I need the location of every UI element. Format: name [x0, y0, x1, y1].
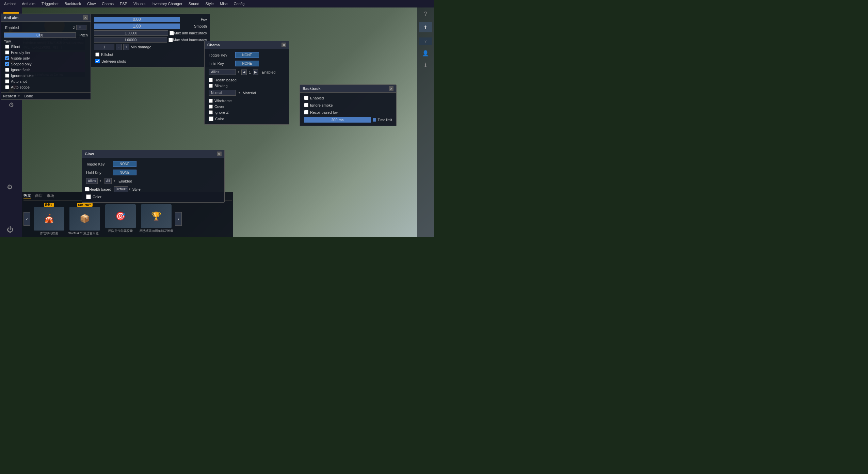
menu-aimbot[interactable]: Aimbot — [1, 1, 18, 6]
ignore-flash-checkbox[interactable] — [5, 68, 9, 72]
chams-hold-key-btn[interactable]: NONE — [235, 61, 259, 66]
antiaim-panel-header[interactable]: Anti aim ✕ — [1, 14, 91, 22]
scoped-only-checkbox[interactable] — [5, 62, 9, 66]
chams-blinking-checkbox[interactable] — [209, 84, 213, 88]
backtrack-time-display[interactable]: 200 ms — [304, 117, 371, 123]
backtrack-title: Backtrack — [303, 86, 321, 91]
glow-header[interactable]: Glow ✕ — [82, 150, 224, 158]
chams-wireframe-checkbox[interactable] — [209, 99, 213, 103]
store-item-3-img[interactable]: 🎯 — [105, 204, 136, 228]
antiaim-enabled-dropdown[interactable]: ▼ — [76, 25, 86, 30]
right-panel: ? ⬆ ? 👤 ℹ — [417, 7, 434, 237]
glow-default-dropdown[interactable]: Default — [114, 186, 128, 192]
max-shot-slider[interactable]: 1.00000 — [94, 37, 167, 43]
power-button[interactable]: ⏻ — [7, 226, 14, 234]
friendly-fire-checkbox[interactable] — [5, 50, 9, 54]
chams-cover-checkbox[interactable] — [209, 105, 213, 109]
carousel-next-btn[interactable]: › — [175, 212, 182, 226]
antiaim-pitch-row: 0.00 Pitch — [4, 32, 88, 38]
right-user-icon[interactable]: 👤 — [422, 50, 429, 57]
silent-checkbox[interactable] — [5, 45, 9, 49]
glow-color-box[interactable] — [86, 194, 91, 199]
fov-row: 0.00 Fov — [94, 17, 207, 22]
backtrack-header[interactable]: Backtrack ✕ — [300, 85, 396, 93]
min-damage-decrement[interactable]: - — [116, 44, 122, 50]
friendly-fire-label: Friendly fire — [11, 50, 30, 54]
auto-scope-checkbox[interactable] — [5, 85, 9, 89]
glow-all-dropdown[interactable]: All — [105, 178, 112, 184]
chams-health-based-checkbox[interactable] — [209, 78, 213, 82]
backtrack-recoil-checkbox[interactable] — [304, 110, 308, 114]
chams-color-row: Color — [207, 115, 286, 122]
store-item-1-img[interactable]: 🎪 — [34, 207, 64, 231]
glow-health-based-checkbox[interactable] — [85, 187, 89, 191]
menu-esp[interactable]: ESP — [117, 1, 130, 6]
menu-inventory-changer[interactable]: Inventory Changer — [149, 1, 185, 6]
store-item-2-img[interactable]: 📦 — [69, 207, 100, 231]
chams-prev-btn[interactable]: ◀ — [241, 69, 247, 75]
max-shot-value: 1.00000 — [124, 38, 136, 42]
auto-shot-checkbox[interactable] — [5, 79, 9, 83]
backtrack-time-checkbox[interactable] — [373, 118, 376, 122]
fov-slider[interactable]: 0.00 — [94, 17, 180, 22]
backtrack-close-button[interactable]: ✕ — [389, 86, 393, 91]
antiaim-close-button[interactable]: ✕ — [83, 15, 88, 20]
backtrack-enabled-checkbox[interactable] — [304, 96, 308, 100]
glow-hold-key-btn[interactable]: NONE — [113, 170, 136, 175]
chams-page-num: 1 — [247, 70, 252, 74]
glow-hold-key-row: Hold Key NONE — [85, 169, 222, 176]
right-unlock-icon[interactable]: ? — [419, 37, 432, 45]
max-shot-row: 1.00000 Max shot inaccuracy — [94, 37, 207, 43]
glow-toggle-key-btn[interactable]: NONE — [113, 161, 136, 167]
right-info-icon[interactable]: ℹ — [424, 62, 427, 68]
menu-config[interactable]: Config — [231, 1, 247, 6]
killshot-label: Killshot — [101, 52, 113, 57]
chams-next-btn[interactable]: ▶ — [253, 69, 258, 75]
menu-antiaim[interactable]: Anti aim — [19, 1, 38, 6]
max-aim-slider[interactable]: 1.00000 — [94, 30, 168, 36]
chams-color-box[interactable] — [209, 116, 213, 121]
chams-ignore-z-checkbox[interactable] — [209, 110, 213, 114]
settings-button[interactable]: ⚙ — [7, 183, 13, 191]
max-shot-checkbox[interactable] — [168, 38, 173, 42]
pitch-slider[interactable]: 0.00 — [4, 32, 76, 38]
killshot-checkbox[interactable] — [95, 52, 99, 57]
store-item-4-img[interactable]: 🏆 — [141, 204, 172, 228]
menu-backtrack[interactable]: Backtrack — [62, 1, 84, 6]
antiaim-auto-shot-row: Auto shot — [4, 79, 88, 84]
max-shot-label: Max shot inaccuracy — [173, 38, 207, 42]
glow-toggle-key-label: Toggle Key — [86, 162, 110, 166]
max-aim-checkbox[interactable] — [170, 31, 174, 35]
menu-chams[interactable]: Chams — [99, 1, 116, 6]
menu-glow[interactable]: Glow — [84, 1, 98, 6]
chams-toggle-key-btn[interactable]: NONE — [235, 52, 259, 58]
right-chevron-icon[interactable]: ⬆ — [419, 22, 432, 32]
menu-sound[interactable]: Sound — [186, 1, 202, 6]
menu-misc[interactable]: Misc — [217, 1, 230, 6]
chams-close-button[interactable]: ✕ — [282, 43, 286, 47]
visible-only-checkbox[interactable] — [5, 56, 9, 60]
carousel-prev-btn[interactable]: ‹ — [23, 212, 30, 226]
sidebar-settings-icon[interactable]: ⚙ — [4, 99, 18, 111]
min-damage-display: 1 — [94, 44, 114, 50]
between-shots-checkbox[interactable] — [95, 59, 100, 63]
tab-store[interactable]: 商店 — [35, 193, 43, 199]
chams-normal-dropdown[interactable]: Normal — [209, 90, 236, 96]
backtrack-ignore-smoke-checkbox[interactable] — [304, 103, 308, 107]
min-damage-increment[interactable]: + — [123, 44, 129, 50]
chams-header[interactable]: Chams ✕ — [205, 41, 289, 49]
chams-allies-dropdown[interactable]: Allies — [209, 69, 236, 75]
normal-dropdown-arrow: ▼ — [238, 91, 241, 94]
smooth-slider[interactable]: 1.00 — [94, 23, 180, 29]
right-question-icon[interactable]: ? — [424, 11, 427, 17]
menu-style[interactable]: Style — [203, 1, 216, 6]
smooth-label: Smooth — [180, 24, 207, 28]
fov-value: 0.00 — [133, 17, 141, 22]
tab-market[interactable]: 市场 — [47, 193, 54, 199]
ignore-smoke-checkbox[interactable] — [5, 74, 9, 78]
glow-allies-dropdown[interactable]: Allies — [86, 178, 98, 184]
menu-visuals[interactable]: Visuals — [131, 1, 148, 6]
tab-hot[interactable]: 热卖 — [23, 193, 31, 199]
menu-triggerbot[interactable]: Triggerbot — [39, 1, 61, 6]
glow-close-button[interactable]: ✕ — [217, 152, 222, 156]
